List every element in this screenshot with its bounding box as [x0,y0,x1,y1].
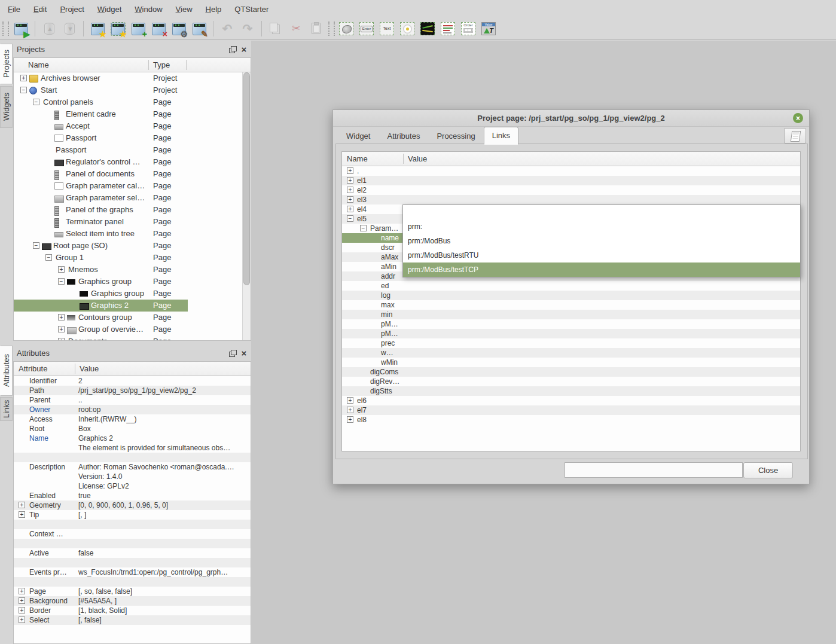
menu-window[interactable]: Window [128,2,169,16]
attribute-row-continuation[interactable] [14,453,251,462]
dialog-close-button[interactable]: × [793,113,803,123]
attribute-row[interactable]: +Border[1, black, Solid] [14,606,251,615]
attribute-row[interactable]: +Page[, so, false, false] [14,587,251,596]
attribute-row[interactable]: Events pr…ws_FocusIn:/trnd1:open:/pg_con… [14,567,251,577]
link-row[interactable]: digStts [342,386,800,396]
collapse-icon[interactable]: − [45,254,52,261]
attribute-row[interactable]: Ownerroot:op [14,405,251,414]
attribute-row-continuation[interactable]: License: GPLv2 [14,481,251,491]
side-tab-projects[interactable]: Projects [0,44,13,84]
menu-view[interactable]: View [169,2,199,16]
tree-row[interactable]: Regulator's control …Page [14,156,242,168]
link-row[interactable]: prec [342,338,800,348]
link-row[interactable]: +el2 [342,185,800,195]
column-divider[interactable] [148,60,149,70]
column-divider[interactable] [75,364,75,374]
tree-row[interactable]: +MnemosPage [14,264,242,276]
attribute-row-continuation[interactable] [14,558,251,567]
expand-icon[interactable]: + [58,338,65,340]
document-button[interactable]: Order [460,20,478,38]
link-row[interactable]: pM… [342,319,800,329]
dialog-tab-widget[interactable]: Widget [338,129,379,144]
attribute-row-continuation[interactable] [14,520,251,529]
attribute-row[interactable]: DescriptionAuthor: Roman Savochenko <rom… [14,462,251,472]
delete-item-button[interactable]: × [149,20,167,38]
column-header-name[interactable]: Name [347,154,368,163]
expand-icon[interactable]: + [19,607,25,614]
column-header-value[interactable]: Value [80,364,99,373]
tree-row[interactable]: −Root page (SO)Page [14,240,242,252]
projects-scrollbar[interactable] [242,72,251,340]
column-divider[interactable] [186,60,187,70]
link-row[interactable]: digRev… [342,377,800,386]
tree-row[interactable]: −Control panelsPage [14,96,242,108]
link-row[interactable]: +el7 [342,405,800,415]
collapse-icon[interactable]: − [20,87,27,93]
expand-icon[interactable]: + [19,502,25,508]
attribute-row[interactable]: +Background[#5A5A5A, ] [14,596,251,606]
dropdown-option[interactable]: prm: [403,219,800,234]
tree-row[interactable]: +Group of overvie…Page [14,323,242,335]
collapse-icon[interactable]: − [33,99,39,105]
attribute-row-continuation[interactable]: Version: 1.4.0 [14,472,251,481]
redo-button[interactable]: ↷ [239,20,257,38]
column-header-type[interactable]: Type [153,60,170,69]
tree-row[interactable]: −Graphics groupPage [14,276,242,288]
expand-icon[interactable]: + [347,416,353,423]
elfigure-button[interactable] [338,20,356,38]
tree-row[interactable]: +Contours groupPage [14,312,242,323]
tree-row[interactable]: Panel of documentsPage [14,168,242,180]
media-button[interactable] [399,20,417,38]
tree-row[interactable]: Terminator panelPage [14,216,242,228]
expand-icon[interactable]: + [19,588,25,594]
menu-edit[interactable]: Edit [27,2,53,16]
paste-button[interactable] [307,20,325,38]
column-divider[interactable] [403,154,404,164]
toolbar-handle[interactable] [2,22,9,36]
tree-row[interactable]: Element cadrePage [14,108,242,120]
dialog-tab-links[interactable]: Links [484,127,518,145]
link-row[interactable]: max [342,300,800,310]
dialog-tab-processing[interactable]: Processing [428,129,483,144]
attribute-row[interactable]: Context … [14,529,251,539]
menu-widget[interactable]: Widget [91,2,128,16]
dropdown-option[interactable]: prm:/ModBus [403,234,800,248]
attribute-row[interactable]: +Tip[, ] [14,510,251,520]
expand-icon[interactable]: + [20,75,27,81]
attribute-row[interactable]: Path/prj_start/pg_so/pg_1/pg_view2/pg_2 [14,386,251,395]
expand-icon[interactable]: + [347,177,353,184]
dialog-tab-attributes[interactable]: Attributes [379,129,428,144]
dropdown-option[interactable]: prm:/ModBus/testTCP [403,263,800,277]
menu-qtstarter[interactable]: QTStarter [228,2,275,16]
item-edit-button[interactable]: ✎ [190,20,208,38]
add-item-button[interactable]: + [129,20,147,38]
copy-button[interactable] [267,20,285,38]
expand-icon[interactable]: + [19,511,25,518]
link-row[interactable]: +el1 [342,176,800,185]
expand-icon[interactable]: + [19,597,25,604]
tree-row[interactable]: Graphics 2Page [14,300,242,312]
link-row[interactable]: wMin [342,358,800,367]
tree-row[interactable]: AcceptPage [14,120,242,132]
new-library-button[interactable]: ★ [109,20,127,38]
collapse-icon[interactable]: − [347,215,353,222]
attribute-row[interactable]: Activefalse [14,548,251,558]
expand-icon[interactable]: + [58,326,65,332]
db-load-button[interactable]: ▲ [40,20,58,38]
side-tab-widgets[interactable]: Widgets [0,86,13,128]
link-row[interactable]: +el3 [342,195,800,205]
projects-float-button[interactable] [227,45,237,54]
collapse-icon[interactable]: − [33,242,39,249]
link-row[interactable]: w… [342,348,800,358]
attribute-row[interactable]: +Geometry[0, 0, 900, 600, 1, 0.96, 5, 0] [14,500,251,510]
menu-file[interactable]: File [1,2,27,16]
expand-icon[interactable]: + [58,266,65,273]
tree-row[interactable]: +DocumentsPage [14,335,242,340]
db-save-button[interactable]: ▼ [60,20,78,38]
attribute-row[interactable]: Identifier2 [14,376,251,386]
formel-button[interactable]: Enter [358,20,376,38]
side-tab-links[interactable]: Links [0,397,13,421]
link-row[interactable]: min [342,310,800,319]
scrollbar-thumb[interactable] [243,72,250,285]
attribute-row[interactable]: NameGraphics 2 [14,434,251,443]
